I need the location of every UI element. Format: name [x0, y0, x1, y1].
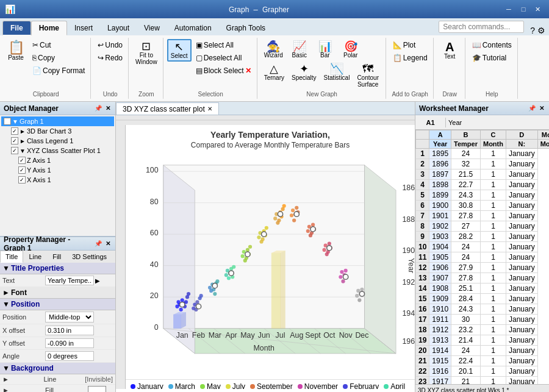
table-row[interactable]: 15190928.41January — [416, 294, 550, 304]
background-section[interactable]: ▼ Background — [0, 363, 115, 374]
select-all-button[interactable]: ▣Select All — [193, 39, 254, 51]
table-row[interactable]: 6190030.81January — [416, 201, 550, 211]
text-expand-icon[interactable]: ▶ — [95, 277, 100, 284]
paste-button[interactable]: 📋 Paste — [4, 39, 28, 63]
bar-button[interactable]: 📊 Bar — [313, 39, 337, 60]
copy-button[interactable]: ⎘Copy — [29, 52, 88, 64]
object-manager-close[interactable]: ✕ — [104, 105, 112, 112]
prop-tab-title[interactable]: Title — [0, 251, 23, 263]
graph-tab-close[interactable]: ✕ — [207, 105, 212, 112]
table-row[interactable]: 21191522.41January — [416, 356, 550, 366]
maximize-button[interactable]: □ — [517, 4, 529, 14]
redo-button[interactable]: ↪Redo — [95, 52, 126, 64]
tree-checkbox-scatter[interactable]: ✓ — [11, 147, 18, 154]
table-row[interactable]: 21896321January — [416, 159, 550, 169]
position-section[interactable]: ▼ Position — [0, 299, 115, 310]
tutorial-button[interactable]: 🎓Tutorial — [469, 52, 515, 64]
object-manager-pin[interactable]: 📌 — [93, 105, 103, 112]
cut-button[interactable]: ✂Cut — [29, 39, 88, 51]
wizard-button[interactable]: 🧙 Wizard — [261, 39, 286, 60]
text-property-input[interactable] — [45, 276, 94, 285]
font-section[interactable]: ► Font — [0, 287, 115, 299]
prop-tab-fill[interactable]: Fill — [47, 251, 66, 263]
tab-view[interactable]: View — [137, 21, 167, 35]
col-header-e[interactable]: Mo — [537, 130, 549, 140]
table-row[interactable]: 18191223.21January — [416, 325, 550, 335]
tree-item-yaxis[interactable]: ✓ Y Axis 1 — [1, 165, 114, 175]
property-manager-pin[interactable]: 📌 — [93, 240, 103, 247]
statistical-button[interactable]: 📉 Statistical — [321, 62, 353, 83]
table-row[interactable]: 101904241January — [416, 242, 550, 252]
tab-automation[interactable]: Automation — [167, 21, 219, 35]
tree-item-zaxis[interactable]: ✓ Z Axis 1 — [1, 155, 114, 165]
table-row[interactable]: 19191321.41January — [416, 335, 550, 346]
plot-button[interactable]: 📐Plot — [390, 39, 431, 51]
text-button[interactable]: A Text — [437, 39, 462, 62]
tree-checkbox-graph1[interactable]: ✓ — [4, 118, 11, 125]
col-header-c[interactable]: C — [480, 130, 506, 140]
prop-tab-line[interactable]: Line — [23, 251, 47, 263]
property-manager-close[interactable]: ✕ — [104, 240, 112, 247]
angle-input[interactable] — [45, 351, 94, 361]
graph-plot-area[interactable]: Yearly Temperature Variation, Compared t… — [126, 125, 415, 389]
select-button[interactable]: ↖ Select — [167, 39, 192, 62]
graph-tab-scatter[interactable]: 3D XYZ class scatter plot ✕ — [116, 102, 219, 115]
ternary-button[interactable]: △ Ternary — [261, 62, 287, 83]
tree-item-legend[interactable]: ✓ ► Class Legend 1 — [1, 136, 114, 146]
table-row[interactable]: 81902271January — [416, 221, 550, 232]
polar-button[interactable]: 🎯 Polar — [339, 39, 363, 60]
table-row[interactable]: 14190825.11January — [416, 283, 550, 294]
tree-checkbox-yaxis[interactable]: ✓ — [18, 166, 26, 174]
tree-checkbox-bar3d[interactable]: ✓ — [11, 127, 18, 135]
col-header-b[interactable]: B — [451, 130, 481, 140]
basic-button[interactable]: 📈 Basic — [287, 39, 312, 60]
cell-box[interactable]: A1 — [415, 118, 446, 127]
title-properties-section[interactable]: ▼ Title Properties — [0, 263, 115, 274]
table-row[interactable]: 16191024.31January — [416, 304, 550, 315]
worksheet-tab-label[interactable]: 3D XYZ class scatter plot Wks 1 * — [418, 387, 509, 392]
search-input[interactable] — [439, 21, 524, 33]
table-row[interactable]: 201914241January — [416, 346, 550, 356]
table-row[interactable]: 3189721.51January — [416, 169, 550, 180]
fit-to-window-button[interactable]: ⊡ Fit toWindow — [132, 39, 160, 67]
table-row[interactable]: 13190727.81January — [416, 273, 550, 283]
contents-button[interactable]: 📖Contents — [469, 39, 515, 51]
tree-checkbox-legend[interactable]: ✓ — [11, 137, 18, 144]
position-select[interactable]: Middle-top — [45, 312, 94, 323]
tab-layout[interactable]: Layout — [100, 21, 137, 35]
tree-item-bar3d[interactable]: ✓ ► 3D Bar Chart 3 — [1, 126, 114, 136]
tab-file[interactable]: File — [2, 21, 31, 35]
formula-bar[interactable]: Year — [446, 118, 549, 127]
tab-graph-tools[interactable]: Graph Tools — [219, 21, 273, 35]
table-row[interactable]: 22191620.11January — [416, 366, 550, 377]
table-row[interactable]: 171911301January — [416, 315, 550, 325]
undo-button[interactable]: ↩Undo — [95, 39, 126, 51]
copy-format-button[interactable]: 📄Copy Format — [29, 65, 88, 77]
table-row[interactable]: 5189924.31January — [416, 190, 550, 201]
xoffset-input[interactable] — [45, 326, 94, 335]
tree-item-scatter[interactable]: ✓ ▼ XYZ Class Scatter Plot 1 — [1, 146, 114, 155]
block-select-button[interactable]: ▤Block Select✕ — [193, 65, 254, 77]
yoffset-input[interactable] — [45, 338, 94, 348]
tree-checkbox-xaxis[interactable]: ✓ — [18, 176, 26, 184]
table-row[interactable]: 4189822.71January — [416, 180, 550, 190]
prop-tab-3d[interactable]: 3D Settings — [66, 251, 112, 263]
table-row[interactable]: 231917211January — [416, 377, 550, 385]
tree-item-xaxis[interactable]: ✓ X Axis 1 — [1, 175, 114, 185]
worksheet-pin[interactable]: 📌 — [527, 105, 537, 112]
table-row[interactable]: 12190627.91January — [416, 263, 550, 273]
graph-canvas[interactable]: Yearly Temperature Variation, Compared t… — [116, 115, 415, 392]
legend-button[interactable]: 📋Legend — [390, 52, 431, 64]
worksheet-close[interactable]: ✕ — [538, 105, 545, 112]
fill-color-swatch[interactable] — [88, 386, 106, 392]
table-row[interactable]: 111905241January — [416, 252, 550, 263]
minimize-button[interactable]: ─ — [503, 4, 515, 14]
contour-surface-button[interactable]: 🗺 ContourSurface — [354, 62, 382, 90]
tree-checkbox-zaxis[interactable]: ✓ — [18, 157, 26, 164]
specialty-button[interactable]: ✦ Specialty — [289, 62, 320, 83]
tab-insert[interactable]: Insert — [67, 21, 100, 35]
tree-item-graph1[interactable]: ✓ ▼ Graph 1 — [1, 116, 114, 126]
deselect-all-button[interactable]: ▢Deselect All — [193, 52, 254, 64]
col-header-d[interactable]: D — [506, 130, 537, 140]
close-button[interactable]: ✕ — [532, 4, 544, 14]
